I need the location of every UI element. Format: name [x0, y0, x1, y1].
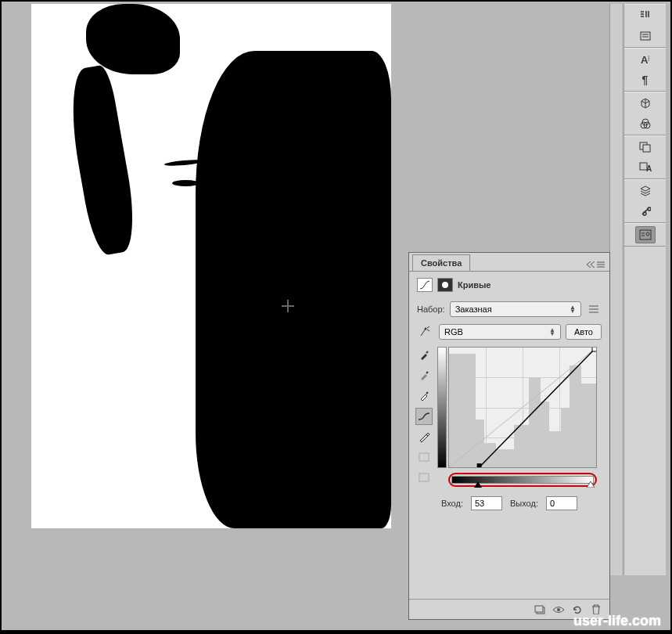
- svg-rect-5: [643, 145, 650, 152]
- panel-collapse-icon[interactable]: [582, 258, 609, 271]
- curves-body: [409, 344, 609, 490]
- curve-point-tool-icon[interactable]: [415, 408, 433, 425]
- auto-button[interactable]: Авто: [566, 324, 602, 340]
- clip-icon[interactable]: [533, 603, 547, 616]
- panel-title: Кривые: [458, 280, 491, 290]
- preset-value: Заказная: [455, 304, 492, 314]
- svg-rect-17: [592, 348, 596, 351]
- input-gradient-slider[interactable]: [451, 476, 594, 484]
- curves-adj-icon: [417, 278, 433, 292]
- clip-to-layer-icon[interactable]: [415, 469, 433, 486]
- svg-point-10: [442, 282, 448, 288]
- channel-value: RGB: [444, 327, 463, 337]
- svg-point-9: [646, 232, 649, 236]
- svg-text:A: A: [646, 164, 652, 173]
- svg-rect-13: [419, 474, 429, 481]
- channel-select[interactable]: RGB ▲▼: [439, 324, 561, 340]
- svg-rect-19: [535, 606, 543, 612]
- tab-properties[interactable]: Свойства: [412, 254, 470, 271]
- paragraph-icon[interactable]: ¶: [635, 71, 656, 88]
- curve-canvas[interactable]: [448, 347, 597, 468]
- curve-pencil-tool-icon[interactable]: [415, 428, 433, 445]
- vertical-scrollbar[interactable]: [609, 4, 622, 575]
- input-slider-highlight: [448, 473, 597, 487]
- preset-menu-icon[interactable]: [586, 301, 602, 317]
- document-image[interactable]: [31, 4, 391, 528]
- history-icon[interactable]: [635, 27, 656, 45]
- curve-tools: [415, 347, 434, 487]
- layers-icon[interactable]: [635, 182, 656, 200]
- clone-source-icon[interactable]: [635, 139, 656, 156]
- channel-row: RGB ▲▼ Авто: [409, 320, 609, 344]
- brush-presets-icon[interactable]: [635, 7, 656, 24]
- input-label: Вход:: [441, 499, 463, 508]
- eyedropper-black-icon[interactable]: [415, 347, 433, 364]
- eyedropper-white-icon[interactable]: [415, 387, 433, 405]
- output-label: Выход:: [510, 499, 538, 508]
- input-output-row: Вход: Выход:: [409, 490, 609, 517]
- preset-select[interactable]: Заказная ▲▼: [450, 301, 581, 317]
- watermark: user-life.com: [573, 613, 661, 629]
- output-gradient: [437, 347, 447, 468]
- app-frame: A| ¶ A: [0, 0, 672, 632]
- preset-label: Набор:: [417, 304, 445, 314]
- type-styles-icon[interactable]: A: [635, 159, 656, 176]
- targeted-adjust-icon[interactable]: [417, 323, 434, 340]
- svg-rect-12: [419, 453, 429, 461]
- chevron-updown-icon: ▲▼: [549, 328, 555, 336]
- input-field[interactable]: [471, 496, 502, 510]
- chevron-updown-icon: ▲▼: [570, 305, 576, 313]
- black-point-handle[interactable]: [474, 481, 482, 489]
- curve-area: [437, 347, 603, 487]
- svg-point-11: [425, 328, 427, 330]
- 3d-icon[interactable]: [635, 95, 656, 112]
- materials-icon[interactable]: [635, 115, 656, 132]
- properties-panel: Свойства Кривые Набор: Заказная ▲▼: [408, 252, 610, 620]
- mask-icon: [437, 278, 453, 292]
- properties-icon[interactable]: [635, 226, 656, 243]
- preset-row: Набор: Заказная ▲▼: [409, 298, 609, 320]
- tools-icon[interactable]: [635, 203, 656, 220]
- visibility-icon[interactable]: [552, 603, 566, 616]
- white-point-handle[interactable]: [587, 481, 595, 489]
- svg-rect-0: [641, 32, 650, 40]
- panel-tabs: Свойства: [409, 253, 609, 272]
- panel-header: Кривые: [409, 272, 609, 298]
- eyedropper-gray-icon[interactable]: [415, 367, 433, 384]
- curve-smooth-icon[interactable]: [415, 448, 433, 466]
- output-field[interactable]: [546, 496, 577, 510]
- right-toolbar: A| ¶ A: [623, 4, 666, 575]
- photo-content: [31, 4, 391, 528]
- character-icon[interactable]: A|: [635, 51, 656, 68]
- svg-point-20: [557, 608, 560, 611]
